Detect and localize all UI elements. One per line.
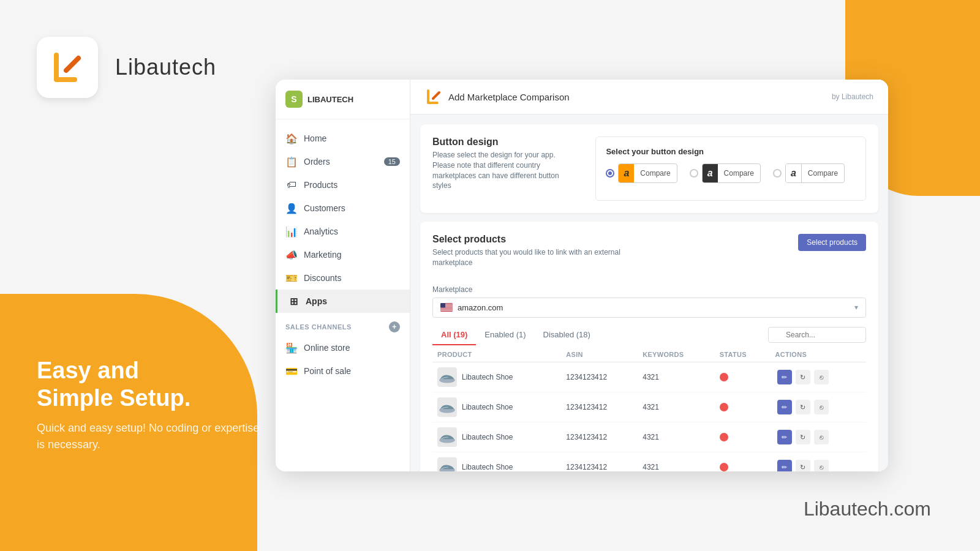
sidebar-item-home-label: Home bbox=[304, 133, 326, 143]
edit-btn-2[interactable]: ✏ bbox=[777, 400, 792, 414]
header-area: Libautech bbox=[37, 37, 216, 98]
product-cell-4: Libautech Shoe bbox=[437, 457, 556, 471]
sidebar-item-customers-label: Customers bbox=[304, 203, 345, 213]
compare-text-2: Compare bbox=[718, 167, 760, 180]
orders-badge: 15 bbox=[384, 157, 400, 166]
us-flag-icon bbox=[440, 303, 453, 312]
brand-name: Libautech bbox=[115, 54, 216, 80]
refresh-btn-3[interactable]: ↻ bbox=[796, 430, 810, 444]
sidebar-item-orders-label: Orders bbox=[304, 157, 330, 167]
discounts-icon: 🎫 bbox=[285, 272, 298, 284]
sidebar-item-apps-label: Apps bbox=[306, 296, 327, 306]
sidebar-item-marketing[interactable]: 📣 Marketing bbox=[276, 243, 410, 266]
radio-option-2[interactable] bbox=[690, 169, 698, 178]
refresh-btn-4[interactable]: ↻ bbox=[796, 460, 810, 471]
sidebar-item-marketing-label: Marketing bbox=[304, 250, 341, 260]
sidebar-item-discounts[interactable]: 🎫 Discounts bbox=[276, 266, 410, 290]
asin-4: 1234123412 bbox=[561, 452, 638, 471]
home-icon: 🏠 bbox=[285, 132, 298, 144]
link-btn-3[interactable]: ⎋ bbox=[814, 430, 829, 444]
table-row: Libautech Shoe 1234123412 4321 ✏ ↻ ⎋ bbox=[432, 392, 866, 422]
sidebar-item-orders[interactable]: 📋 Orders 15 bbox=[276, 150, 410, 173]
keywords-1: 4321 bbox=[638, 362, 715, 392]
col-keywords: KEYWORDS bbox=[638, 347, 715, 362]
sidebar-item-products[interactable]: 🏷 Products bbox=[276, 173, 410, 197]
sidebar-item-online-store-label: Online store bbox=[304, 343, 350, 353]
shoe-icon-4 bbox=[437, 460, 457, 471]
amazon-btn-orange[interactable]: a Compare bbox=[618, 163, 677, 183]
amazon-logo-outline: a bbox=[786, 164, 802, 182]
app-window: S LIBAUTECH 🏠 Home 📋 Orders 15 🏷 Product… bbox=[276, 80, 888, 471]
edit-btn-4[interactable]: ✏ bbox=[777, 460, 792, 471]
button-design-select-label: Select your button design bbox=[606, 147, 856, 156]
product-thumb-2 bbox=[437, 397, 457, 417]
marketing-icon: 📣 bbox=[285, 249, 298, 261]
tab-enabled[interactable]: Enabled (1) bbox=[476, 325, 534, 345]
button-option-1[interactable]: a Compare bbox=[606, 163, 677, 183]
radio-option-3[interactable] bbox=[773, 169, 782, 178]
marketplace-label: Marketplace bbox=[432, 285, 866, 294]
shoe-icon-1 bbox=[437, 370, 457, 384]
amazon-btn-dark[interactable]: a Compare bbox=[702, 163, 761, 183]
search-wrapper bbox=[768, 327, 866, 343]
radio-option-1[interactable] bbox=[606, 169, 614, 178]
edit-btn-3[interactable]: ✏ bbox=[777, 430, 792, 444]
main-content: Add Marketplace Comparison by Libautech … bbox=[410, 80, 888, 471]
sidebar-item-point-of-sale-label: Point of sale bbox=[304, 366, 351, 376]
product-thumb-4 bbox=[437, 457, 457, 471]
product-thumb-3 bbox=[437, 427, 457, 447]
sidebar-item-customers[interactable]: 👤 Customers bbox=[276, 197, 410, 220]
button-options: a Compare a Compare bbox=[606, 163, 856, 183]
select-products-button[interactable]: Select products bbox=[798, 234, 866, 251]
asin-3: 1234123412 bbox=[561, 422, 638, 452]
select-products-title: Select products bbox=[432, 234, 628, 245]
sidebar-item-analytics[interactable]: 📊 Analytics bbox=[276, 220, 410, 243]
main-header: Add Marketplace Comparison by Libautech bbox=[410, 80, 888, 114]
online-store-icon: 🏪 bbox=[285, 342, 298, 354]
col-asin: ASIN bbox=[561, 347, 638, 362]
link-btn-1[interactable]: ⎋ bbox=[814, 370, 829, 384]
select-products-card: Select products Select products that you… bbox=[420, 222, 878, 471]
sidebar-item-analytics-label: Analytics bbox=[304, 227, 338, 236]
search-input[interactable] bbox=[768, 327, 866, 343]
product-thumb-1 bbox=[437, 367, 457, 387]
by-libautech-label: by Libautech bbox=[832, 92, 873, 101]
shoe-icon-2 bbox=[437, 400, 457, 414]
select-products-desc: Select products that you would like to l… bbox=[432, 247, 628, 268]
customers-icon: 👤 bbox=[285, 202, 298, 214]
sales-channels-label: SALES CHANNELS bbox=[285, 323, 352, 331]
amazon-btn-outline[interactable]: a Compare bbox=[785, 163, 845, 183]
actions-2: ✏ ↻ ⎋ bbox=[771, 392, 867, 422]
marketplace-dropdown[interactable]: amazon.com ▾ bbox=[432, 298, 866, 318]
asin-1: 1234123412 bbox=[561, 362, 638, 392]
button-option-2[interactable]: a Compare bbox=[690, 163, 761, 183]
sidebar-item-home[interactable]: 🏠 Home bbox=[276, 127, 410, 150]
table: PRODUCT ASIN KEYWORDS STATUS ACTIONS bbox=[432, 347, 866, 471]
apps-icon: ⊞ bbox=[287, 295, 300, 307]
tabs-row: All (19) Enabled (1) Disabled (18) bbox=[432, 325, 599, 345]
link-btn-2[interactable]: ⎋ bbox=[814, 400, 829, 414]
refresh-btn-2[interactable]: ↻ bbox=[796, 400, 810, 414]
product-cell-3: Libautech Shoe bbox=[437, 427, 556, 447]
product-cell-2: Libautech Shoe bbox=[437, 397, 556, 417]
sidebar-item-online-store[interactable]: 🏪 Online store bbox=[276, 336, 410, 359]
edit-btn-1[interactable]: ✏ bbox=[777, 370, 792, 384]
tagline-sub: Quick and easy setup! No coding or exper… bbox=[37, 420, 270, 453]
sidebar-item-point-of-sale[interactable]: 💳 Point of sale bbox=[276, 359, 410, 383]
button-design-card: Button design Please select the design f… bbox=[420, 124, 878, 213]
tab-disabled[interactable]: Disabled (18) bbox=[535, 325, 599, 345]
shopify-icon: S bbox=[285, 91, 303, 108]
keywords-4: 4321 bbox=[638, 452, 715, 471]
button-design-desc: Please select the design for your app. P… bbox=[432, 150, 571, 191]
sidebar-item-apps[interactable]: ⊞ Apps bbox=[276, 290, 410, 313]
svg-rect-7 bbox=[440, 303, 445, 308]
add-sales-channel-btn[interactable]: + bbox=[389, 321, 400, 332]
app-header-logo bbox=[425, 88, 442, 105]
marketplace-value: amazon.com bbox=[458, 303, 503, 312]
refresh-btn-1[interactable]: ↻ bbox=[796, 370, 810, 384]
product-name-4: Libautech Shoe bbox=[462, 463, 513, 471]
tab-all[interactable]: All (19) bbox=[432, 325, 476, 345]
keywords-2: 4321 bbox=[638, 392, 715, 422]
button-option-3[interactable]: a Compare bbox=[773, 163, 845, 183]
link-btn-4[interactable]: ⎋ bbox=[814, 460, 829, 471]
